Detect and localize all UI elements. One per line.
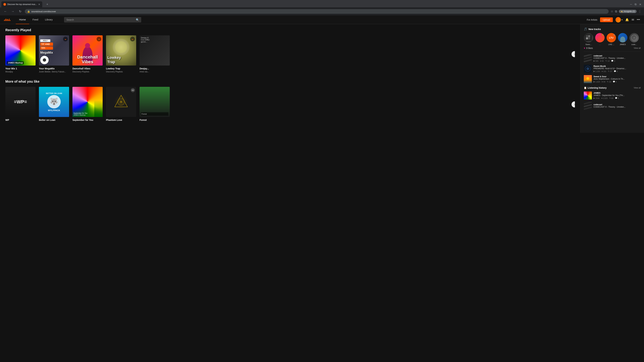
track-name-3: Jono Stephenson - Colours In Th... <box>594 78 641 80</box>
back-button[interactable]: ← <box>3 9 8 14</box>
lock-icon: 🔒 <box>27 10 30 13</box>
history-track-thumb-2 <box>584 102 592 110</box>
orange-badge-2: 🔊 <box>602 33 604 36</box>
new-track-avatar-4[interactable]: JAMES <box>618 33 628 45</box>
avatar-label-4: JAMES <box>618 43 628 45</box>
recently-played-scroll-right[interactable]: › <box>572 51 575 57</box>
upload-button[interactable]: Upload <box>600 17 613 22</box>
triangle-art <box>113 93 130 110</box>
wolf-icon: 🐺 <box>50 98 58 106</box>
new-track-avatar-1[interactable]: Swee... <box>584 33 594 45</box>
card-subtitle-megamix: Justin Bieber, Skinny Fabulo... <box>39 70 69 73</box>
sidebar: 🎵 New tracks <box>580 24 644 133</box>
track-thumb-3 <box>584 75 592 83</box>
track-artist-1: codecast <box>594 55 641 57</box>
soundcloud-logo[interactable] <box>4 18 10 21</box>
minimize-icon[interactable]: ─ <box>630 3 632 6</box>
user-avatar <box>616 17 621 22</box>
ltu-text: LTU <box>609 36 614 39</box>
close-tab-button[interactable]: ✕ <box>38 3 40 6</box>
nav-home[interactable]: Home <box>16 15 29 24</box>
title-label-1: HOLY <box>40 39 50 42</box>
close-window-icon[interactable]: ✕ <box>639 3 641 6</box>
card-title-deejay: Deejay... <box>140 67 170 70</box>
view-all-history-button[interactable]: View all <box>634 87 641 89</box>
history-track-item-2[interactable]: codecast CODECAST X - Theony - Unrelen..… <box>584 102 641 110</box>
restore-icon[interactable]: ⧉ <box>634 3 636 6</box>
wp-text: =WP= <box>14 99 27 105</box>
extensions-icon[interactable]: ⧉ <box>615 10 617 13</box>
track-item-3[interactable]: Sweet & Sour Jono Stephenson - Colours I… <box>584 75 641 83</box>
card-forest[interactable]: Forest Forest <box>140 87 170 122</box>
card-lowkeytrap[interactable]: ☁ LowkeyTrap Lowkey Trap <box>106 35 136 73</box>
new-track-avatar-5[interactable]: code... <box>630 33 639 45</box>
more-like-scroll-right[interactable]: › <box>572 101 575 107</box>
view-all-likes-button[interactable]: View all <box>634 47 641 49</box>
svg-point-20 <box>586 67 589 70</box>
history-track-item-1[interactable]: JAMES JAMES - September for You (Thr... … <box>584 91 641 99</box>
header-right: For Artists Upload ▾ 🔔 ✉ ••• <box>587 17 640 22</box>
more-like-row: =WP= WP BETTER ON LEAN 🐺 <box>5 87 575 122</box>
new-track-avatar-2[interactable]: 🔊 . <box>595 33 605 45</box>
user-menu[interactable]: ▾ <box>616 17 622 22</box>
card-dancehall[interactable]: ☁ DancehallVibes Dancehall <box>72 35 103 73</box>
avatar-pattern-5 <box>631 35 637 41</box>
new-tab-button[interactable]: + <box>45 2 50 7</box>
incognito-icon: 🕵 <box>620 10 623 12</box>
plays-2: ▶ 2,250 <box>594 70 600 72</box>
card-title-forest: Forest <box>140 119 170 121</box>
card-megamix[interactable]: ☁ HOLY TIT AND TITI MegaMix <box>39 35 69 73</box>
orange-badge-3: 🔊 <box>613 33 616 36</box>
soundcloud-watermark-dancehall: ☁ <box>96 37 101 41</box>
nav-feed[interactable]: Feed <box>29 15 42 24</box>
menu-icon[interactable]: ⋮ <box>638 9 641 13</box>
card-thumb-lowkeytrap: ☁ LowkeyTrap <box>106 35 136 65</box>
address-bar[interactable]: 🔒 soundcloud.com/discover <box>25 9 608 14</box>
card-subtitle-lowkeytrap: Discovery Playlists <box>106 70 136 73</box>
history-likes-1: ♥ 2,525 <box>602 97 608 99</box>
card-deejay[interactable]: Deejay-GCox (Officigycox... Deejay... Ar… <box>140 35 170 73</box>
track-thumb-2 <box>584 65 592 73</box>
card-triangle[interactable]: ••• <box>106 87 136 122</box>
history-track-info-1: JAMES JAMES - September for You (Thr... … <box>594 92 641 99</box>
search-input[interactable] <box>64 17 141 22</box>
notifications-button[interactable]: 🔔 <box>625 18 629 22</box>
for-artists-button[interactable]: For Artists <box>587 18 598 21</box>
messages-button[interactable]: ✉ <box>632 18 634 22</box>
card-thumb-deejay: Deejay-GCox (Officigycox... <box>140 35 170 65</box>
vinyl-icon <box>40 56 49 64</box>
track-artist-2: Raven Musik <box>594 65 641 67</box>
card-title-triangle: Phantom Love <box>106 119 136 121</box>
track-artist-3: Sweet & Sour <box>594 75 641 78</box>
track-item-1[interactable]: codecast CODECAST X - Theony - Unrelen..… <box>584 54 641 62</box>
card-september-low[interactable]: September for You JAMES Mashup September… <box>72 87 103 122</box>
avatar-img-3: LTU 🔊 <box>606 33 616 42</box>
reposts-3: ↻ 29 <box>607 81 611 83</box>
card-wp[interactable]: =WP= WP <box>5 87 36 122</box>
card-wolf[interactable]: BETTER ON LEAN 🐺 WYLFPACK Better on Lean <box>39 87 69 122</box>
browser-right-controls: ☆ ⧉ 🕵 Incognito (2) ⋮ <box>611 9 641 13</box>
browser-active-tab[interactable]: S Discover the top streamed mus... ✕ <box>1 1 42 7</box>
track-info-1: codecast CODECAST X - Theony - Unrelen..… <box>594 55 641 62</box>
svg-rect-10 <box>588 37 590 39</box>
svg-text:S: S <box>4 4 5 5</box>
window-controls: ─ ⧉ ✕ <box>630 3 643 6</box>
history-plays-1: ▶ 256K <box>594 97 600 99</box>
more-options-button[interactable]: ••• <box>637 18 640 21</box>
card-thumb-forest: Forest <box>140 87 170 117</box>
card-title-yourmix: Your Mix 1 <box>5 67 36 70</box>
new-track-avatar-3[interactable]: LTU 🔊 LIKE ... <box>606 33 616 45</box>
nav-library[interactable]: Library <box>42 15 56 24</box>
svg-point-5 <box>120 101 122 102</box>
track-item-2[interactable]: Raven Musik PREMIERE: Nosh & SJ - Dreams… <box>584 65 641 73</box>
incognito-badge: 🕵 Incognito (2) <box>619 10 636 13</box>
soundcloud-app: Home Feed Library 🔍 For Artists Upload ▾… <box>0 15 644 362</box>
card-thumb-dancehall: ☁ DancehallVibes <box>72 35 103 65</box>
search-icon: 🔍 <box>136 18 139 21</box>
chevron-down-icon: ▾ <box>622 18 622 21</box>
forward-button[interactable]: → <box>10 9 16 14</box>
card-thumb-triangle: ••• <box>106 87 136 117</box>
bookmark-icon[interactable]: ☆ <box>611 9 613 13</box>
refresh-button[interactable]: ↻ <box>18 9 23 14</box>
card-yourmix[interactable]: JAMES Mashup Your Mix 1 Moodjoy <box>5 35 36 73</box>
